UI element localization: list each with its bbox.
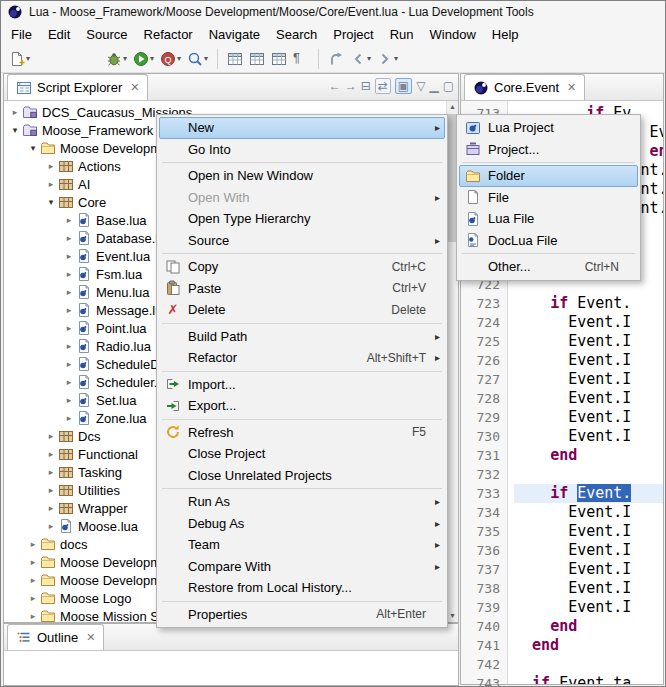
tab-script-explorer[interactable]: Script Explorer ✕ [7,74,148,100]
link-with-editor-toggle[interactable]: ⇄ [375,78,391,94]
collapse-arrow-icon[interactable]: ▾ [44,197,58,207]
menu-item-copy[interactable]: CopyCtrl+C [159,256,445,278]
expand-arrow-icon[interactable]: ▸ [44,449,58,459]
expand-arrow-icon[interactable]: ▸ [62,233,76,243]
expand-arrow-icon[interactable]: ▸ [26,575,40,585]
menu-item-open-with[interactable]: Open With▸ [159,187,445,209]
menu-item-source[interactable]: Source▸ [159,230,445,252]
menu-navigate[interactable]: Navigate [201,25,268,44]
dropdown-arrow-icon[interactable]: ▾ [150,54,154,63]
menu-search[interactable]: Search [268,25,325,44]
expand-arrow-icon[interactable]: ▸ [26,557,40,567]
menu-edit[interactable]: Edit [40,25,78,44]
view-menu-button[interactable]: ▽ [416,80,425,92]
close-icon[interactable]: ✕ [567,81,576,94]
collapse-arrow-icon[interactable]: ▾ [8,125,22,135]
open-table-button-1[interactable] [224,47,246,71]
open-table-button-3[interactable] [268,47,290,71]
dropdown-arrow-icon[interactable]: ▾ [204,54,208,63]
dropdown-arrow-icon[interactable]: ▾ [177,54,181,63]
dropdown-arrow-icon[interactable]: ▾ [394,54,398,63]
expand-arrow-icon[interactable]: ▸ [62,323,76,333]
forward-history-button[interactable]: → [345,80,357,92]
maximize-view-button[interactable]: ▢ [443,80,454,92]
expand-arrow-icon[interactable]: ▸ [44,431,58,441]
menu-project[interactable]: Project [325,25,381,44]
expand-arrow-icon[interactable]: ▸ [44,485,58,495]
close-icon[interactable]: ✕ [130,81,139,94]
tab-outline[interactable]: Outline ✕ [7,624,104,650]
coverage-button[interactable]: Q▾ [157,47,184,71]
menu-item-refresh[interactable]: RefreshF5 [159,422,445,444]
collapse-all-button[interactable]: ⊟ [361,80,371,92]
search-button[interactable]: ▾ [184,47,211,71]
menu-item-go-into[interactable]: Go Into [159,139,445,161]
debug-button[interactable]: ▾ [103,47,130,71]
menu-help[interactable]: Help [484,25,527,44]
menu-item-run-as[interactable]: Run As▸ [159,491,445,513]
expand-arrow-icon[interactable]: ▸ [62,215,76,225]
menu-item-debug-as[interactable]: Debug As▸ [159,513,445,535]
dropdown-arrow-icon[interactable]: ▾ [123,54,127,63]
menu-item-export[interactable]: Export... [159,395,445,417]
menu-item-refactor[interactable]: RefactorAlt+Shift+T▸ [159,347,445,369]
back-button[interactable]: ▾ [347,47,374,71]
menu-item-properties[interactable]: PropertiesAlt+Enter [159,604,445,626]
back-history-button[interactable]: ← [329,80,341,92]
expand-arrow-icon[interactable]: ▸ [62,305,76,315]
menu-item-lua-project[interactable]: Lua Project [459,117,638,139]
menu-item-restore-from-local-history[interactable]: Restore from Local History... [159,577,445,599]
menu-item-open-type-hierarchy[interactable]: Open Type Hierarchy [159,208,445,230]
open-table-button-2[interactable] [246,47,268,71]
expand-arrow-icon[interactable]: ▸ [44,179,58,189]
expand-arrow-icon[interactable]: ▸ [62,269,76,279]
expand-arrow-icon[interactable]: ▸ [62,359,76,369]
scroll-down-icon[interactable]: ▼ [447,610,458,622]
menu-refactor[interactable]: Refactor [136,25,201,44]
menu-item-file[interactable]: File [459,187,638,209]
expand-arrow-icon[interactable]: ▸ [44,467,58,477]
forward-button[interactable]: ▾ [374,47,401,71]
expand-arrow-icon[interactable]: ▸ [62,413,76,423]
expand-arrow-icon[interactable]: ▸ [44,161,58,171]
expand-arrow-icon[interactable]: ▸ [62,251,76,261]
menu-source[interactable]: Source [78,25,135,44]
menu-item-project[interactable]: Project... [459,139,638,161]
menu-file[interactable]: File [3,25,40,44]
expand-arrow-icon[interactable]: ▸ [26,611,40,621]
menu-item-close-unrelated-projects[interactable]: Close Unrelated Projects [159,465,445,487]
tab-core-event[interactable]: Core.Event ✕ [464,74,585,100]
menu-item-other[interactable]: Other...Ctrl+N [459,256,638,278]
menu-item-new[interactable]: New▸ [159,117,445,139]
menu-item-close-project[interactable]: Close Project [159,443,445,465]
expand-arrow-icon[interactable]: ▸ [62,395,76,405]
menu-item-paste[interactable]: PasteCtrl+V [159,278,445,300]
menu-run[interactable]: Run [382,25,422,44]
menu-item-compare-with[interactable]: Compare With▸ [159,556,445,578]
expand-arrow-icon[interactable]: ▸ [26,539,40,549]
close-icon[interactable]: ✕ [86,631,95,644]
new-wizard-button[interactable]: ▾ [6,47,33,71]
expand-arrow-icon[interactable]: ▸ [26,593,40,603]
menu-item-team[interactable]: Team▸ [159,534,445,556]
scroll-up-icon[interactable]: ▲ [447,101,458,113]
expand-arrow-icon[interactable]: ▸ [62,287,76,297]
dropdown-arrow-icon[interactable]: ▾ [367,54,371,63]
last-edit-location-button[interactable] [325,47,347,71]
expand-arrow-icon[interactable]: ▸ [8,107,22,117]
expand-arrow-icon[interactable]: ▸ [62,377,76,387]
menu-item-import[interactable]: Import... [159,374,445,396]
minimize-view-button[interactable]: ▁ [429,80,438,92]
run-button[interactable]: ▾ [130,47,157,71]
expand-arrow-icon[interactable]: ▸ [44,521,58,531]
expand-arrow-icon[interactable]: ▸ [44,503,58,513]
menu-item-lua-file[interactable]: Lua File [459,208,638,230]
dropdown-arrow-icon[interactable]: ▾ [26,54,30,63]
expand-arrow-icon[interactable]: ▸ [62,341,76,351]
menu-item-doclua-file[interactable]: DocLua File [459,230,638,252]
menu-item-build-path[interactable]: Build Path▸ [159,326,445,348]
collapse-arrow-icon[interactable]: ▾ [26,143,40,153]
menu-item-delete[interactable]: ✗DeleteDelete [159,299,445,321]
menu-item-folder[interactable]: Folder [459,165,638,187]
menu-window[interactable]: Window [422,25,484,44]
